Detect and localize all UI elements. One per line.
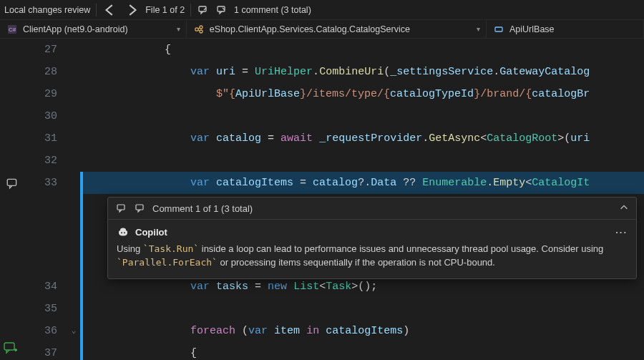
comment-more-menu[interactable]: ···	[615, 227, 628, 238]
field-icon	[492, 23, 505, 36]
review-toolbar: Local changes review File 1 of 2 1 comme…	[0, 0, 644, 20]
line-number-gutter: 27 28 29 30 31 32 33 34 35 36 37 38 39 4…	[24, 39, 67, 360]
review-comment-popup: Comment 1 of 1 (3 total) Copilot ···	[107, 197, 637, 279]
next-comment-icon[interactable]	[215, 4, 228, 16]
add-comment-button[interactable]	[0, 340, 21, 357]
comment-author: Copilot	[135, 227, 167, 238]
comment-summary-label: 1 comment (3 total)	[234, 5, 311, 15]
file-position-label: File 1 of 2	[145, 5, 185, 15]
prev-comment-icon[interactable]	[115, 202, 128, 215]
code-line[interactable]: $"{ApiUrlBase}/items/type/{catalogTypeId…	[83, 83, 644, 105]
csharp-project-icon: C#	[6, 23, 19, 36]
comment-counter: Comment 1 of 1 (3 total)	[152, 203, 253, 214]
project-dropdown[interactable]: C# ClientApp (net9.0-android) ▾	[0, 20, 187, 38]
code-line[interactable]: {	[83, 39, 644, 61]
svg-point-4	[195, 27, 198, 30]
comment-text: Using `Task.Run` inside a loop can lead …	[117, 243, 628, 270]
separator	[96, 4, 97, 16]
code-line[interactable]: var catalog = await _requestProvider.Get…	[83, 127, 644, 150]
next-file-button[interactable]	[124, 2, 140, 18]
code-content[interactable]: { var uri = UriHelper.CombineUri(_settin…	[83, 39, 644, 360]
prev-file-button[interactable]	[102, 2, 118, 18]
code-line[interactable]	[83, 298, 644, 320]
svg-point-6	[200, 30, 203, 33]
svg-point-5	[200, 26, 203, 29]
code-line-highlighted[interactable]: var catalogItems = catalog?.Data ?? Enum…	[83, 172, 644, 194]
class-icon	[192, 23, 205, 36]
svg-text:C#: C#	[9, 26, 16, 33]
comment-body: Copilot ··· Using `Task.Run` inside a lo…	[108, 220, 636, 278]
collapse-comment-button[interactable]	[619, 203, 629, 215]
class-name: eShop.ClientApp.Services.Catalog.Catalog…	[210, 24, 410, 34]
svg-rect-9	[117, 205, 125, 210]
fold-toggle[interactable]: ⌄	[67, 320, 80, 342]
svg-rect-11	[4, 343, 14, 350]
code-line[interactable]: var uri = UriHelper.CombineUri(_settings…	[83, 61, 644, 83]
review-title: Local changes review	[4, 5, 90, 15]
member-dropdown[interactable]: ApiUrlBase	[487, 20, 644, 38]
chevron-down-icon: ▾	[177, 25, 180, 33]
svg-rect-10	[136, 205, 143, 210]
code-line[interactable]	[83, 150, 644, 172]
svg-rect-8	[7, 179, 16, 185]
comment-gutter	[0, 39, 24, 360]
svg-rect-7	[495, 27, 502, 31]
prev-comment-icon[interactable]	[197, 4, 210, 16]
code-line[interactable]	[83, 105, 644, 127]
member-name: ApiUrlBase	[509, 24, 555, 34]
code-editor[interactable]: 27 28 29 30 31 32 33 34 35 36 37 38 39 4…	[0, 39, 644, 360]
comment-popup-slot: Comment 1 of 1 (3 total) Copilot ···	[83, 194, 644, 276]
next-comment-icon[interactable]	[134, 202, 147, 215]
comment-popup-header: Comment 1 of 1 (3 total)	[108, 198, 636, 220]
class-dropdown[interactable]: eShop.ClientApp.Services.Catalog.Catalog…	[187, 20, 487, 38]
code-line[interactable]: {	[83, 342, 644, 360]
separator	[190, 4, 191, 16]
line-comment-indicator[interactable]	[0, 172, 24, 194]
copilot-icon	[117, 225, 130, 238]
project-name: ClientApp (net9.0-android)	[23, 24, 128, 34]
breadcrumb-bar: C# ClientApp (net9.0-android) ▾ eShop.Cl…	[0, 20, 644, 39]
fold-gutter: ⌄ ⌄	[67, 39, 80, 360]
code-line[interactable]: foreach (var item in catalogItems)	[83, 320, 644, 342]
chevron-down-icon: ▾	[477, 25, 480, 33]
